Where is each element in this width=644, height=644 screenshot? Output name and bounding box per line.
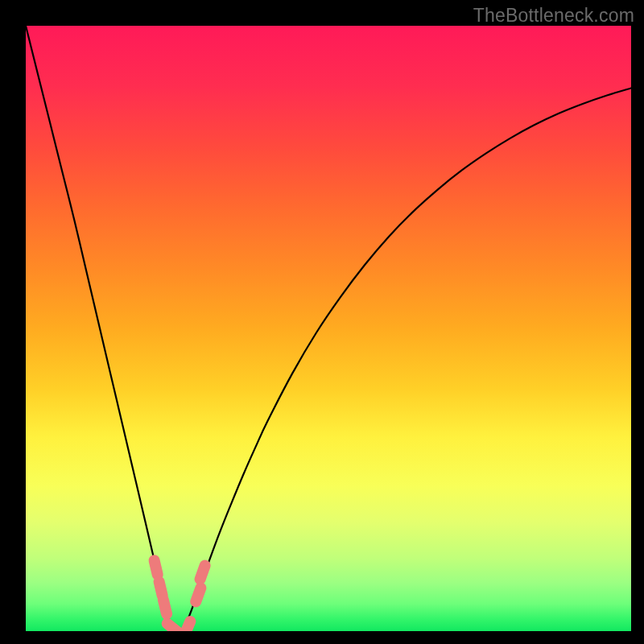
gradient-background <box>26 26 631 631</box>
bottleneck-chart <box>26 26 631 631</box>
watermark-text: TheBottleneck.com <box>473 5 634 27</box>
plot-area <box>26 26 631 631</box>
chart-container: TheBottleneck.com <box>0 0 644 644</box>
